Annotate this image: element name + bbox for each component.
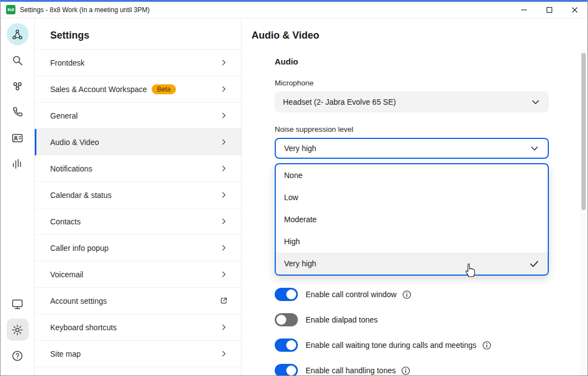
- titlebar[interactable]: 8x8 Settings - 8x8 Work (In a meeting un…: [1, 2, 587, 18]
- close-button[interactable]: [562, 2, 587, 18]
- settings-nav: Settings Frontdesk Sales & Account Works…: [35, 18, 242, 376]
- toggle-label: Enable call control window: [306, 290, 397, 299]
- microphone-select[interactable]: Headset (2- Jabra Evolve 65 SE): [275, 92, 549, 112]
- content-scrollbar[interactable]: [580, 50, 587, 376]
- sidebar-item-caller-info-popup[interactable]: Caller info popup: [35, 235, 241, 261]
- sidebar-item-contacts[interactable]: Contacts: [35, 208, 241, 235]
- nav-item-label: Calendar & status: [50, 191, 111, 200]
- toggle-dialpad-tones[interactable]: [275, 313, 298, 326]
- menu-option-high[interactable]: High: [276, 230, 548, 253]
- chevron-right-icon: [220, 111, 228, 120]
- maximize-icon: [546, 7, 553, 13]
- sidebar-item-sales-account-workspace[interactable]: Sales & Account Workspace Beta: [35, 76, 241, 103]
- sidebar-item-keyboard-shortcuts[interactable]: Keyboard shortcuts: [35, 314, 241, 341]
- noise-suppression-dropdown-menu: None Low Moderate High Very high: [275, 163, 549, 276]
- app-logo: 8x8: [6, 5, 15, 14]
- icon-rail: [1, 18, 35, 376]
- scrollbar-thumb[interactable]: [581, 53, 586, 210]
- beta-badge: Beta: [152, 84, 177, 94]
- sidebar-item-voicemail[interactable]: Voicemail: [35, 261, 241, 288]
- toggle-knob: [286, 340, 296, 350]
- nav-item-label: Audio & Video: [50, 138, 99, 147]
- rail-item-workspace[interactable]: [7, 23, 29, 45]
- rail-item-help[interactable]: [7, 345, 29, 367]
- maximize-button[interactable]: [537, 2, 562, 18]
- chevron-down-icon: [530, 143, 539, 153]
- checkmark-icon: [529, 259, 539, 269]
- menu-option-moderate[interactable]: Moderate: [276, 208, 548, 230]
- minimize-icon: [521, 7, 527, 13]
- chevron-right-icon: [220, 244, 228, 252]
- minimize-button[interactable]: [511, 2, 537, 18]
- info-icon[interactable]: [402, 289, 412, 300]
- nav-item-label: Notifications: [50, 164, 92, 173]
- contact-card-icon: [11, 132, 24, 144]
- chevron-right-icon: [220, 58, 228, 67]
- sidebar-item-general[interactable]: General: [35, 103, 241, 129]
- external-link-icon: [220, 297, 228, 305]
- app-window: 8x8 Settings - 8x8 Work (In a meeting un…: [0, 0, 588, 376]
- menu-option-none[interactable]: None: [276, 164, 548, 186]
- sidebar-item-frontdesk[interactable]: Frontdesk: [35, 50, 241, 76]
- toggle-label: Enable call waiting tone during calls an…: [306, 341, 477, 350]
- menu-option-low[interactable]: Low: [276, 186, 548, 208]
- chevron-down-icon: [531, 97, 541, 107]
- noise-select-value: Very high: [284, 144, 316, 153]
- sidebar-item-audio-video[interactable]: Audio & Video: [35, 129, 241, 155]
- menu-option-very-high[interactable]: Very high: [276, 253, 548, 275]
- noise-suppression-label: Noise suppression level: [275, 125, 549, 133]
- info-icon[interactable]: [482, 340, 492, 351]
- window-controls: [511, 2, 587, 18]
- toggle-label: Enable call handling tones: [306, 366, 395, 375]
- equalizer-icon: [11, 158, 24, 170]
- option-label: Low: [284, 193, 298, 202]
- nav-item-label: Keyboard shortcuts: [50, 323, 117, 332]
- toggle-knob: [286, 366, 296, 375]
- nav-item-label: Voicemail: [50, 270, 83, 279]
- chevron-right-icon: [220, 85, 228, 93]
- toggle-knob: [286, 289, 296, 299]
- setting-row-dialpad-tones: Enable dialpad tones: [275, 313, 549, 326]
- toggle-call-control-window[interactable]: [275, 288, 298, 301]
- close-icon: [571, 7, 578, 13]
- info-icon[interactable]: [400, 366, 411, 376]
- sidebar-item-calendar-status[interactable]: Calendar & status: [35, 182, 241, 208]
- option-label: Moderate: [284, 215, 317, 224]
- setting-row-call-handling-tones: Enable call handling tones: [275, 364, 549, 376]
- microphone-select-value: Headset (2- Jabra Evolve 65 SE): [283, 98, 396, 106]
- sidebar-item-notifications[interactable]: Notifications: [35, 155, 241, 182]
- sidebar-item-site-map[interactable]: Site map: [35, 341, 241, 367]
- option-label: Very high: [284, 259, 316, 268]
- toggle-call-handling-tones[interactable]: [275, 364, 298, 376]
- nav-item-label: Account settings: [50, 297, 107, 305]
- setting-row-call-waiting-tone: Enable call waiting tone during calls an…: [275, 339, 549, 352]
- rail-item-calls[interactable]: [7, 101, 29, 123]
- rail-item-search[interactable]: [7, 49, 29, 71]
- monitor-icon: [11, 298, 24, 310]
- chevron-right-icon: [220, 191, 228, 199]
- chevron-right-icon: [220, 217, 228, 225]
- microphone-label: Microphone: [275, 79, 549, 87]
- rail-item-desktop[interactable]: [7, 293, 29, 315]
- settings-nav-title: Settings: [35, 18, 241, 50]
- nav-item-label: Sales & Account Workspace: [50, 85, 147, 94]
- toggle-call-waiting-tone[interactable]: [275, 339, 298, 352]
- toggle-label: Enable dialpad tones: [306, 315, 378, 324]
- option-label: None: [284, 171, 302, 180]
- rail-item-voicemail[interactable]: [7, 153, 29, 175]
- nav-item-label: General: [50, 111, 78, 120]
- rail-item-contact-card[interactable]: [7, 127, 29, 149]
- rail-item-settings[interactable]: [7, 319, 29, 341]
- setting-row-call-control: Enable call control window: [275, 288, 549, 301]
- settings-gear-icon: [11, 324, 24, 336]
- chevron-right-icon: [220, 350, 228, 358]
- sidebar-item-account-settings[interactable]: Account settings: [35, 288, 241, 314]
- option-label: High: [284, 237, 300, 246]
- chevron-right-icon: [220, 270, 228, 278]
- window-title: Settings - 8x8 Work (In a meeting until …: [20, 6, 149, 14]
- rail-item-people[interactable]: [7, 75, 29, 97]
- people-icon: [11, 80, 24, 93]
- help-icon: [11, 350, 24, 362]
- chevron-right-icon: [220, 138, 228, 146]
- noise-suppression-select[interactable]: Very high: [275, 138, 549, 159]
